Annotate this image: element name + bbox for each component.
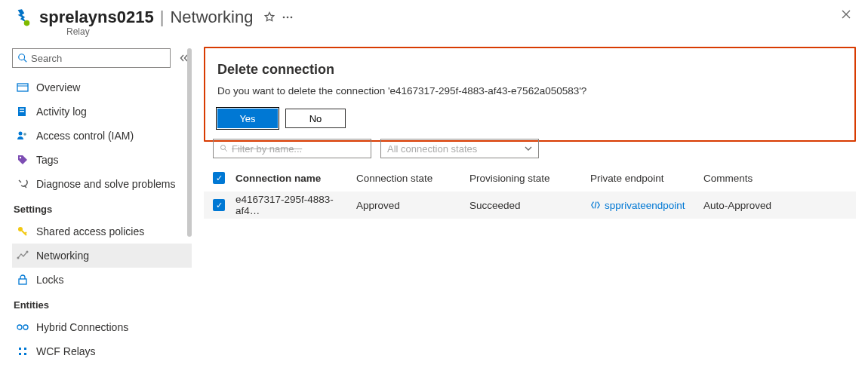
confirm-yes-button[interactable]: Yes xyxy=(217,109,278,128)
connections-table: ✓ Connection name Connection state Provi… xyxy=(204,164,856,219)
connection-state-filter[interactable]: All connection states xyxy=(380,139,539,158)
menu-search-input[interactable]: Search xyxy=(12,48,171,68)
table-header: ✓ Connection name Connection state Provi… xyxy=(204,164,856,192)
iam-icon xyxy=(17,130,29,142)
menu-locks[interactable]: Locks xyxy=(12,268,192,292)
svg-rect-8 xyxy=(20,111,24,112)
select-all-checkbox[interactable]: ✓ xyxy=(213,172,225,184)
search-icon xyxy=(17,53,28,63)
blade-section: Networking xyxy=(170,8,253,27)
svg-rect-7 xyxy=(20,109,24,110)
svg-point-1 xyxy=(283,17,285,19)
menu-group-entities: Entities xyxy=(12,292,192,315)
dialog-title: Delete connection xyxy=(217,62,842,78)
row-checkbox[interactable]: ✓ xyxy=(213,199,225,211)
menu-access-control[interactable]: Access control (IAM) xyxy=(12,124,192,148)
blade-header: sprelayns0215 | Networking Relay xyxy=(0,0,868,30)
activity-log-icon xyxy=(17,106,29,118)
cell-connection-state: Approved xyxy=(356,200,469,211)
main-content: Delete connection Do you want to delete … xyxy=(192,45,868,383)
filter-row: Filter by name... All connection states xyxy=(204,139,856,164)
chevron-down-icon xyxy=(525,145,532,152)
svg-point-17 xyxy=(23,325,28,329)
dialog-message: Do you want to delete the connection 'e4… xyxy=(217,85,842,97)
col-provisioning-state[interactable]: Provisioning state xyxy=(469,173,590,184)
resource-type-label: Relay xyxy=(66,26,90,37)
col-connection-name[interactable]: Connection name xyxy=(235,173,356,184)
wcf-icon xyxy=(17,345,29,357)
filter-by-name-input[interactable]: Filter by name... xyxy=(213,139,371,158)
close-blade-button[interactable] xyxy=(836,8,856,21)
confirm-no-button[interactable]: No xyxy=(285,109,346,128)
svg-point-10 xyxy=(23,133,26,136)
table-row[interactable]: ✓ e4167317-295f-4883-af4… Approved Succe… xyxy=(204,192,856,219)
svg-rect-15 xyxy=(19,279,26,284)
svg-point-11 xyxy=(20,157,21,158)
menu-group-settings: Settings xyxy=(12,196,192,219)
resource-name: sprelayns0215 xyxy=(39,8,154,27)
relay-resource-icon xyxy=(12,8,32,27)
col-connection-state[interactable]: Connection state xyxy=(356,173,469,184)
header-text-block: sprelayns0215 | Networking Relay xyxy=(39,8,294,27)
menu-networking[interactable]: Networking xyxy=(12,244,192,268)
svg-point-9 xyxy=(19,132,23,136)
svg-point-0 xyxy=(24,20,30,26)
menu-tags[interactable]: Tags xyxy=(12,148,192,172)
menu-shared-access-policies[interactable]: Shared access policies xyxy=(12,219,192,244)
svg-point-3 xyxy=(291,17,293,19)
svg-point-18 xyxy=(221,146,226,150)
svg-point-13 xyxy=(17,257,20,259)
cell-connection-name: e4167317-295f-4883-af4… xyxy=(235,194,356,216)
title-divider: | xyxy=(160,8,165,27)
menu-activity-log[interactable]: Activity log xyxy=(12,100,192,124)
col-comments[interactable]: Comments xyxy=(703,173,809,184)
menu-diagnose[interactable]: Diagnose and solve problems xyxy=(12,172,192,196)
tags-icon xyxy=(17,154,29,166)
svg-point-2 xyxy=(287,17,289,19)
col-private-endpoint[interactable]: Private endpoint xyxy=(590,173,703,184)
diagnose-icon xyxy=(17,178,29,190)
lock-icon xyxy=(17,274,29,286)
menu-hybrid-connections[interactable]: Hybrid Connections xyxy=(12,315,192,339)
menu-overview[interactable]: Overview xyxy=(12,75,192,100)
svg-point-16 xyxy=(17,325,22,329)
cell-provisioning-state: Succeeded xyxy=(469,200,590,211)
search-placeholder: Search xyxy=(31,53,62,64)
cell-private-endpoint-link[interactable]: spprivateendpoint xyxy=(590,200,703,211)
overview-icon xyxy=(17,81,29,93)
svg-point-14 xyxy=(26,251,29,253)
pin-favorite-icon[interactable] xyxy=(263,11,275,23)
networking-icon xyxy=(17,250,29,262)
cell-comments: Auto-Approved xyxy=(703,200,809,211)
hybrid-icon xyxy=(17,321,29,333)
more-commands-icon[interactable] xyxy=(282,11,294,23)
resource-menu: Search Overview Activity log Access cont… xyxy=(0,45,192,383)
delete-connection-dialog: Delete connection Do you want to delete … xyxy=(204,47,856,142)
svg-rect-5 xyxy=(17,84,28,91)
menu-wcf-relays[interactable]: WCF Relays xyxy=(12,339,192,363)
svg-point-4 xyxy=(19,54,25,60)
endpoint-icon xyxy=(590,200,601,210)
key-icon xyxy=(17,225,29,237)
